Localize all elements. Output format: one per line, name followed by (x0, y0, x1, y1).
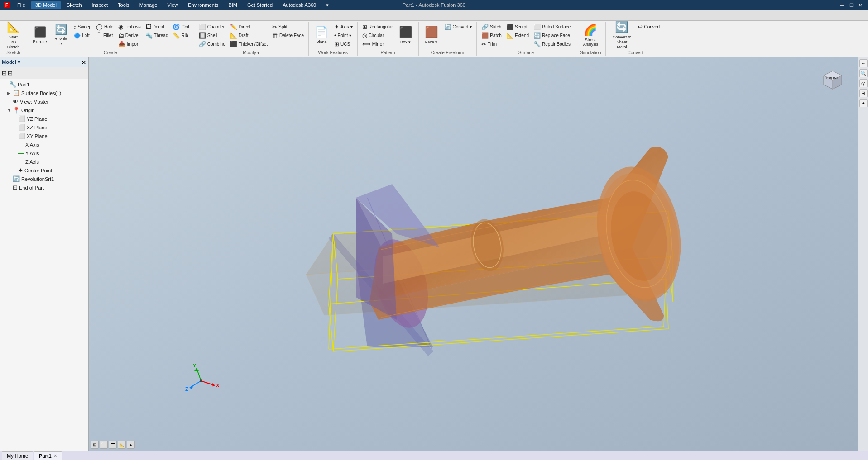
sculpt-button[interactable]: ⬛ Sculpt (504, 23, 531, 31)
snap-icon[interactable]: 📐 (118, 441, 126, 449)
viewcube[interactable]: FRONT (815, 62, 851, 98)
tree-item-xz-plane[interactable]: ⬜ XZ Plane (0, 123, 88, 132)
look-at-button[interactable]: ✦ (859, 99, 868, 107)
tree-item-yz-plane[interactable]: ⬜ YZ Plane (0, 114, 88, 123)
menu-bim[interactable]: BIM (224, 1, 242, 9)
menu-more[interactable]: ▾ (321, 1, 333, 9)
extend-button[interactable]: 📐 Extend (504, 31, 531, 39)
simulation-label: Simulation (578, 49, 603, 55)
menu-3d-model[interactable]: 3D Model (31, 1, 61, 9)
loft-icon: 🔷 (73, 32, 81, 39)
menu-sketch[interactable]: Sketch (62, 1, 86, 9)
part1-tab-label: Part1 (39, 453, 52, 459)
menu-manage[interactable]: Manage (135, 1, 162, 9)
up-arrow-icon[interactable]: ▲ (127, 441, 135, 449)
ribbon-group-simulation: 🌈 StressAnalysis Simulation (575, 22, 606, 56)
display-mode-icon[interactable]: ⬜ (100, 441, 108, 449)
menu-get-started[interactable]: Get Started (243, 1, 277, 9)
menu-environments[interactable]: Environments (183, 1, 223, 9)
menu-inspect[interactable]: Inspect (87, 1, 112, 9)
start-2d-sketch-button[interactable]: 📐 Start2D Sketch (4, 23, 24, 48)
3d-viewport[interactable]: X Y Z FRONT (89, 57, 858, 451)
direct-button[interactable]: ✏️ Direct (228, 23, 269, 31)
tree-item-part1[interactable]: 🔧 Part1 (0, 80, 88, 89)
menu-tools[interactable]: Tools (113, 1, 134, 9)
my-home-tab[interactable]: My Home (2, 451, 33, 460)
rectangular-button[interactable]: ⊞ Rectangular (360, 23, 395, 31)
menu-view[interactable]: View (163, 1, 182, 9)
delete-face-button[interactable]: 🗑 Delete Face (270, 31, 306, 39)
decal-button[interactable]: 🖼 Decal (144, 23, 170, 31)
menu-autodesk-a360[interactable]: Autodesk A360 (278, 1, 321, 9)
tree-item-center-point[interactable]: ✦ Center Point (0, 166, 88, 175)
draft-button[interactable]: 📐 Draft (228, 31, 269, 39)
filter-icon[interactable]: ⊟ (2, 70, 7, 76)
shell-button[interactable]: 🔲 Shell (197, 31, 227, 39)
mirror-button[interactable]: ⟺ Mirror (360, 40, 395, 48)
split-button[interactable]: ✂ Split (270, 23, 306, 31)
tree-item-x-axis[interactable]: — X Axis (0, 140, 88, 149)
convert-button[interactable]: ↩ Convert (636, 23, 662, 31)
hole-button[interactable]: ◯ Hole (94, 23, 115, 31)
ucs-button[interactable]: ⊞ UCS (332, 40, 355, 48)
patch-label: Patch (490, 33, 502, 38)
part1-tab[interactable]: Part1 ✕ (34, 451, 62, 460)
fillet-button[interactable]: ⌒ Fillet (94, 31, 115, 39)
import-button[interactable]: 📥 Import (116, 40, 143, 48)
coil-button[interactable]: 🌀 Coil (171, 23, 191, 31)
pan-button[interactable]: ⊞ (859, 89, 868, 97)
ucs-label: UCS (340, 42, 350, 47)
trim-button[interactable]: ✂ Trim (480, 40, 504, 48)
thicken-offset-button[interactable]: ⬛ Thicken/Offset (228, 40, 269, 48)
y-axis-icon: — (18, 150, 24, 156)
zoom-button[interactable]: 🔍 (859, 69, 868, 77)
analysis-icon[interactable]: ☰ (109, 441, 117, 449)
tree-item-xy-plane[interactable]: ⬜ XY Plane (0, 132, 88, 140)
part1-tab-close[interactable]: ✕ (53, 454, 57, 458)
orbit-button[interactable]: ◎ (859, 79, 868, 87)
tree-item-z-axis[interactable]: — Z Axis (0, 157, 88, 166)
patch-button[interactable]: 🟫 Patch (480, 31, 504, 39)
chamfer-label: Chamfer (207, 24, 225, 29)
window-controls: — ☐ ✕ (838, 1, 864, 9)
stress-analysis-button[interactable]: 🌈 StressAnalysis (578, 23, 603, 48)
sweep-button[interactable]: ↕ Sweep (72, 23, 93, 31)
circular-button[interactable]: ◎ Circular (360, 31, 395, 39)
tree-item-view-master[interactable]: 👁 View: Master (0, 97, 88, 106)
ruled-surface-button[interactable]: ⬜ Ruled Surface (532, 23, 572, 31)
tree-item-surface-bodies[interactable]: ▶ 📋 Surface Bodies(1) (0, 89, 88, 97)
minimize-button[interactable]: — (838, 1, 846, 9)
tree-item-revolution-srf1[interactable]: 🔄 RevolutionSrf1 (0, 175, 88, 183)
menu-file[interactable]: File (13, 1, 30, 9)
extrude-button[interactable]: ⬛ Extrude (30, 23, 50, 48)
stitch-button[interactable]: 🔗 Stitch (480, 23, 504, 31)
derive-button[interactable]: 🗂 Derive (116, 31, 143, 39)
point-button[interactable]: • Point ▾ (332, 31, 355, 39)
combine-button[interactable]: 🔗 Combine (197, 40, 227, 48)
face-button[interactable]: 🟫 Face ▾ (422, 23, 441, 48)
loft-button[interactable]: 🔷 Loft (72, 31, 93, 39)
grid-icon[interactable]: ⊞ (91, 441, 99, 449)
sidebar-close-button[interactable]: ✕ (81, 59, 86, 66)
plane-button[interactable]: 📄 Plane (312, 23, 331, 48)
split-label: Split (278, 24, 287, 29)
chamfer-button[interactable]: ⬜ Chamfer (197, 23, 227, 31)
tree-item-origin[interactable]: ▼ 📍 Origin (0, 106, 88, 114)
tree-item-end-of-part[interactable]: ⊡ End of Part (0, 183, 88, 192)
emboss-button[interactable]: ◉ Emboss (116, 23, 143, 31)
replace-face-button[interactable]: 🔄 Replace Face (532, 31, 572, 39)
tree-item-y-axis[interactable]: — Y Axis (0, 149, 88, 157)
thread-button[interactable]: 🔩 Thread (144, 31, 170, 39)
fit-view-button[interactable]: ↔ (859, 59, 868, 67)
revolve-button[interactable]: 🔄 Revolve (51, 23, 71, 48)
rib-button[interactable]: 📏 Rib (171, 31, 191, 39)
repair-bodies-button[interactable]: 🔧 Repair Bodies (532, 40, 572, 48)
maximize-button[interactable]: ☐ (847, 1, 855, 9)
expand-all-icon[interactable]: ⊞ (8, 70, 13, 76)
axis-button[interactable]: ✦ Axis ▾ (332, 23, 355, 31)
box-button[interactable]: ⬛ Box ▾ (396, 23, 416, 48)
sculpt-label: Sculpt (515, 24, 528, 29)
close-button[interactable]: ✕ (856, 1, 864, 9)
convert-freeform-button[interactable]: 🔄 Convert ▾ (442, 23, 474, 31)
convert-sheet-metal-button[interactable]: 🔄 Convert toSheet Metal (609, 23, 635, 48)
